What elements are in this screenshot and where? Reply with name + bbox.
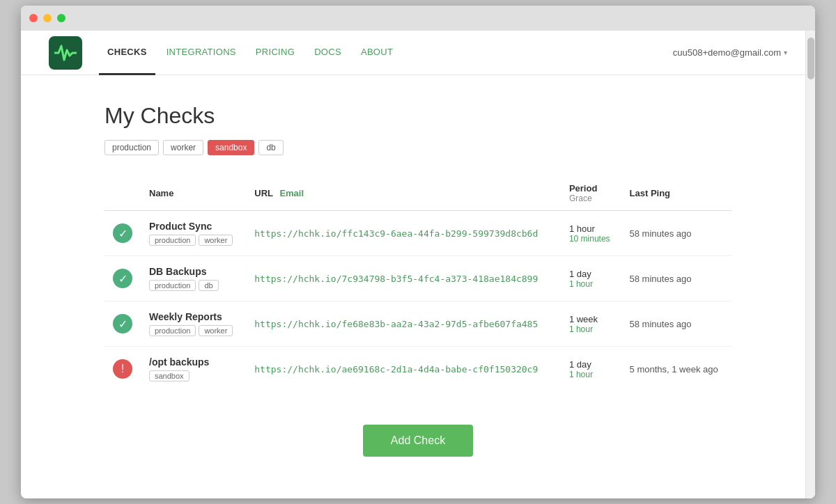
check-period: 1 week bbox=[569, 314, 613, 324]
check-period-cell: 1 day1 hour bbox=[561, 347, 621, 392]
check-tag-production[interactable]: production bbox=[149, 325, 196, 336]
app-window: CHECKS INTEGRATIONS PRICING DOCS ABOUT c… bbox=[21, 6, 815, 498]
check-tag-worker[interactable]: worker bbox=[199, 325, 233, 336]
check-period: 1 day bbox=[569, 359, 613, 370]
check-tag-production[interactable]: production bbox=[149, 235, 196, 246]
tags-bar: production worker sandbox db bbox=[104, 140, 732, 155]
check-grace: 1 hour bbox=[569, 279, 613, 289]
nav-about[interactable]: ABOUT bbox=[353, 31, 401, 75]
check-url-cell: https://hchk.io/fe68e83b-aa2a-43a2-97d5-… bbox=[246, 301, 561, 347]
check-url[interactable]: https://hchk.io/ffc143c9-6aea-44fa-b299-… bbox=[254, 228, 538, 239]
th-status bbox=[104, 178, 141, 211]
check-url-cell: https://hchk.io/ae69168c-2d1a-4d4a-babe-… bbox=[246, 347, 561, 392]
check-tag-db[interactable]: db bbox=[199, 280, 218, 291]
th-last-ping: Last Ping bbox=[621, 178, 732, 211]
check-url-cell: https://hchk.io/ffc143c9-6aea-44fa-b299-… bbox=[246, 211, 561, 256]
nav-checks[interactable]: CHECKS bbox=[99, 31, 155, 75]
check-period-cell: 1 week1 hour bbox=[561, 301, 621, 347]
th-email-label: Email bbox=[279, 188, 304, 198]
nav-docs[interactable]: DOCS bbox=[306, 31, 350, 75]
check-name: Product Sync bbox=[149, 221, 238, 232]
status-ok-icon: ✓ bbox=[113, 223, 132, 243]
th-name: Name bbox=[141, 178, 246, 211]
minimize-dot[interactable] bbox=[43, 14, 52, 22]
title-bar bbox=[21, 6, 815, 31]
check-url-cell: https://hchk.io/7c934798-b3f5-4fc4-a373-… bbox=[246, 256, 561, 301]
user-menu[interactable]: cuu508+demo@gmail.com ▾ bbox=[673, 47, 787, 58]
check-name: Weekly Reports bbox=[149, 311, 238, 322]
check-tag-worker[interactable]: worker bbox=[199, 235, 233, 246]
nav-integrations[interactable]: INTEGRATIONS bbox=[158, 31, 245, 75]
status-ok-icon: ✓ bbox=[113, 314, 132, 333]
app-logo[interactable] bbox=[49, 36, 82, 70]
check-name: DB Backups bbox=[149, 266, 238, 277]
check-tag-production[interactable]: production bbox=[149, 280, 196, 291]
nav-pricing[interactable]: PRICING bbox=[247, 31, 303, 75]
check-grace: 1 hour bbox=[569, 324, 613, 334]
table-header: Name URL Email Period Grace Last Ping bbox=[104, 178, 732, 211]
main-content: My Checks production worker sandbox db N… bbox=[21, 75, 815, 498]
th-url-label: URL bbox=[254, 188, 272, 198]
status-ok-icon: ✓ bbox=[113, 269, 132, 288]
table-row[interactable]: ✓DB Backupsproductiondbhttps://hchk.io/7… bbox=[104, 256, 732, 301]
check-period-cell: 1 hour10 minutes bbox=[561, 211, 621, 256]
th-url: URL Email bbox=[246, 178, 561, 211]
nav-links: CHECKS INTEGRATIONS PRICING DOCS ABOUT bbox=[99, 31, 673, 75]
th-period-label: Period bbox=[569, 183, 597, 194]
check-name: /opt backups bbox=[149, 356, 238, 368]
maximize-dot[interactable] bbox=[57, 14, 65, 22]
status-cell: ✓ bbox=[104, 256, 141, 301]
check-tags: productiondb bbox=[149, 280, 238, 291]
table-row[interactable]: ✓Product Syncproductionworkerhttps://hch… bbox=[104, 211, 732, 256]
check-last-ping: 58 minutes ago bbox=[621, 256, 732, 301]
tag-worker[interactable]: worker bbox=[163, 140, 203, 155]
check-name-cell: Weekly Reportsproductionworker bbox=[141, 301, 246, 347]
check-period: 1 hour bbox=[569, 223, 613, 234]
check-grace: 1 hour bbox=[569, 370, 613, 379]
check-last-ping: 58 minutes ago bbox=[621, 211, 732, 256]
scrollbar-track[interactable] bbox=[805, 31, 815, 498]
check-name-cell: Product Syncproductionworker bbox=[141, 211, 246, 256]
check-tag-sandbox[interactable]: sandbox bbox=[149, 370, 189, 381]
check-url[interactable]: https://hchk.io/fe68e83b-aa2a-43a2-97d5-… bbox=[254, 319, 538, 329]
navbar: CHECKS INTEGRATIONS PRICING DOCS ABOUT c… bbox=[21, 31, 815, 75]
tag-sandbox[interactable]: sandbox bbox=[208, 140, 254, 155]
check-last-ping: 58 minutes ago bbox=[621, 301, 732, 347]
check-last-ping: 5 months, 1 week ago bbox=[621, 347, 732, 392]
tag-production[interactable]: production bbox=[104, 140, 159, 155]
check-period: 1 day bbox=[569, 269, 613, 279]
user-email: cuu508+demo@gmail.com bbox=[673, 47, 781, 58]
add-check-area: Add Check bbox=[104, 425, 732, 457]
checks-tbody: ✓Product Syncproductionworkerhttps://hch… bbox=[104, 211, 732, 392]
th-grace-label: Grace bbox=[569, 194, 613, 203]
th-period: Period Grace bbox=[561, 178, 621, 211]
page-title: My Checks bbox=[104, 103, 732, 129]
add-check-button[interactable]: Add Check bbox=[363, 425, 473, 457]
table-row[interactable]: ✓Weekly Reportsproductionworkerhttps://h… bbox=[104, 301, 732, 347]
close-dot[interactable] bbox=[29, 14, 38, 22]
check-name-cell: /opt backupssandbox bbox=[141, 347, 246, 392]
check-period-cell: 1 day1 hour bbox=[561, 256, 621, 301]
checks-table: Name URL Email Period Grace Last Ping bbox=[104, 178, 732, 391]
tag-db[interactable]: db bbox=[258, 140, 283, 155]
check-tags: sandbox bbox=[149, 370, 238, 381]
check-tags: productionworker bbox=[149, 325, 238, 336]
check-tags: productionworker bbox=[149, 235, 238, 246]
check-url[interactable]: https://hchk.io/ae69168c-2d1a-4d4a-babe-… bbox=[254, 364, 538, 375]
check-name-cell: DB Backupsproductiondb bbox=[141, 256, 246, 301]
status-cell: ! bbox=[104, 347, 141, 392]
check-url[interactable]: https://hchk.io/7c934798-b3f5-4fc4-a373-… bbox=[254, 274, 538, 284]
caret-down-icon: ▾ bbox=[784, 49, 787, 56]
status-error-icon: ! bbox=[113, 359, 132, 379]
scrollbar-thumb[interactable] bbox=[807, 38, 814, 79]
status-cell: ✓ bbox=[104, 211, 141, 256]
status-cell: ✓ bbox=[104, 301, 141, 347]
check-grace: 10 minutes bbox=[569, 234, 613, 244]
table-row[interactable]: !/opt backupssandboxhttps://hchk.io/ae69… bbox=[104, 347, 732, 392]
